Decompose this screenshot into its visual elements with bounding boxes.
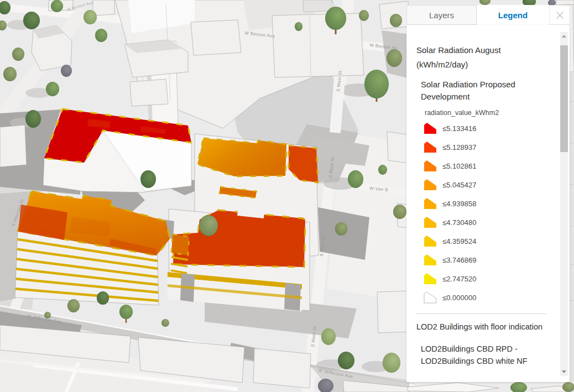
tree-gray xyxy=(61,65,72,77)
tree xyxy=(393,205,406,219)
tab-layers[interactable]: Layers xyxy=(406,5,477,25)
legend-class-label: ≤5.128937 xyxy=(442,143,476,151)
tree xyxy=(12,48,24,61)
tree xyxy=(67,299,80,312)
legend-swatch xyxy=(424,160,437,172)
legend-group-title: Solar Radiation August (kWh/m2/day) xyxy=(416,43,559,72)
tree xyxy=(161,319,169,327)
legend-class-row: ≤5.102861 xyxy=(424,156,559,175)
legend-swatch xyxy=(424,235,437,247)
legend-class-row: ≤4.730480 xyxy=(424,213,559,232)
tree xyxy=(387,49,402,67)
legend-section-title: LOD2 Buildings with floor indication xyxy=(416,322,559,331)
building-house xyxy=(93,0,114,15)
legend-panel: Layers Legend Solar Radiation August (kW… xyxy=(406,5,570,382)
legend-swatch xyxy=(424,216,437,228)
legend-class-row: ≤5.133416 xyxy=(424,119,559,138)
building-house xyxy=(387,132,409,163)
tree xyxy=(359,10,369,21)
tree xyxy=(0,1,11,14)
legend-class-label: ≤5.102861 xyxy=(442,162,476,170)
legend-class-label: ≤2.747520 xyxy=(442,275,476,283)
tree xyxy=(97,291,109,305)
tree xyxy=(25,110,41,128)
tree xyxy=(295,22,302,31)
building-house xyxy=(556,0,574,5)
legend-class-label: ≤4.939858 xyxy=(442,200,476,208)
tree xyxy=(335,222,347,236)
tree xyxy=(338,352,354,369)
close-icon xyxy=(556,11,564,19)
legend-class-label: ≤0.000000 xyxy=(442,294,476,302)
building-house xyxy=(191,20,241,55)
tree xyxy=(3,67,17,81)
tree xyxy=(378,165,387,175)
legend-swatch xyxy=(424,179,437,191)
legend-swatch xyxy=(424,141,437,153)
legend-class-row: ≤5.128937 xyxy=(424,138,559,156)
legend-class-label: ≤3.746869 xyxy=(442,256,476,264)
tree xyxy=(390,14,402,27)
roof-orange-companion xyxy=(171,234,189,255)
legend-panel-body: Solar Radiation August (kWh/m2/day) Sola… xyxy=(406,25,570,382)
tree xyxy=(562,382,574,392)
tree xyxy=(383,353,400,373)
legend-field-name: radiation_value_kWhm2 xyxy=(425,109,559,117)
building-house xyxy=(130,79,168,106)
legend-class-list: ≤5.133416 ≤5.128937 ≤5.102861 ≤5.045427 … xyxy=(424,119,559,307)
tab-legend[interactable]: Legend xyxy=(477,5,549,25)
close-button[interactable] xyxy=(549,5,570,25)
legend-section-divider xyxy=(416,313,546,314)
tree xyxy=(140,170,156,188)
tree xyxy=(23,12,40,29)
legend-class-row: ≤3.746869 xyxy=(424,250,559,269)
tree xyxy=(348,170,363,188)
legend-class-label: ≤4.359524 xyxy=(442,237,476,245)
building-house xyxy=(0,125,27,167)
legend-class-label: ≤5.045427 xyxy=(442,181,476,189)
scrollbar-up-arrow[interactable] xyxy=(560,32,568,40)
tree xyxy=(46,82,59,96)
legend-class-row: ≤4.939858 xyxy=(424,194,559,213)
legend-swatch xyxy=(424,291,437,304)
legend-section-item: LOD2Buildings CBD RPD - LOD2Buildings CB… xyxy=(421,343,559,367)
scrollbar-thumb[interactable] xyxy=(560,45,568,152)
building-house xyxy=(272,13,364,77)
tree xyxy=(84,10,97,24)
tree xyxy=(321,328,336,345)
tab-layers-label: Layers xyxy=(429,11,454,20)
tree xyxy=(199,215,218,236)
building-row-south xyxy=(253,348,311,388)
legend-class-label: ≤4.730480 xyxy=(442,218,476,227)
panel-tabs: Layers Legend xyxy=(406,5,570,25)
scrollbar[interactable] xyxy=(560,32,568,376)
legend-swatch xyxy=(424,122,437,134)
legend-class-row: ≤4.359524 xyxy=(424,232,559,250)
tree xyxy=(510,382,527,392)
legend-swatch xyxy=(424,197,437,210)
legend-swatch xyxy=(424,254,437,266)
tree xyxy=(95,29,107,42)
legend-class-row: ≤0.000000 xyxy=(424,288,559,307)
legend-class-row: ≤5.045427 xyxy=(424,175,559,194)
tree xyxy=(51,0,63,12)
tree-gray xyxy=(318,379,333,392)
building-house xyxy=(377,291,410,333)
legend-swatch xyxy=(424,273,437,285)
legend-layer-title: Solar Radiation Proposed Development xyxy=(421,79,559,103)
tab-legend-label: Legend xyxy=(498,11,528,20)
scrollbar-down-arrow[interactable] xyxy=(560,368,568,376)
legend-class-label: ≤5.133416 xyxy=(442,124,476,133)
legend-class-row: ≤2.747520 xyxy=(424,269,559,288)
